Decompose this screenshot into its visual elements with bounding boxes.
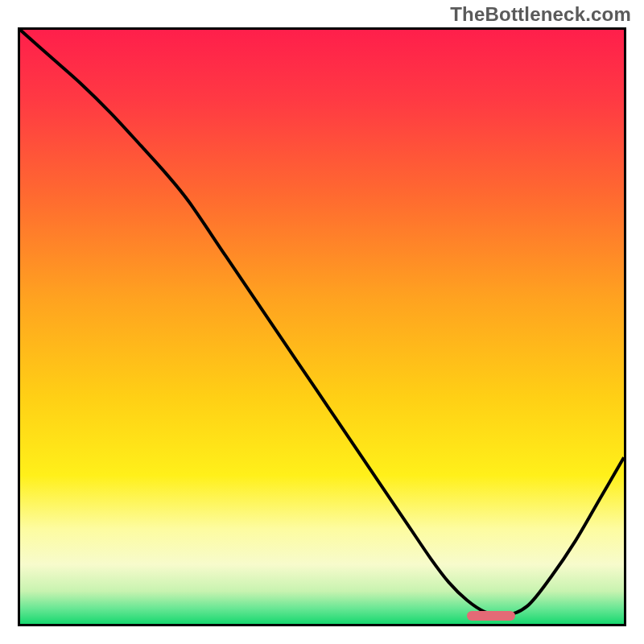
chart-wrapper: TheBottleneck.com [0,0,644,644]
gradient-background [20,30,624,624]
watermark-text: TheBottleneck.com [450,3,631,26]
plot-area [18,27,626,626]
optimal-range-marker [467,611,515,621]
plot-svg [20,30,624,624]
